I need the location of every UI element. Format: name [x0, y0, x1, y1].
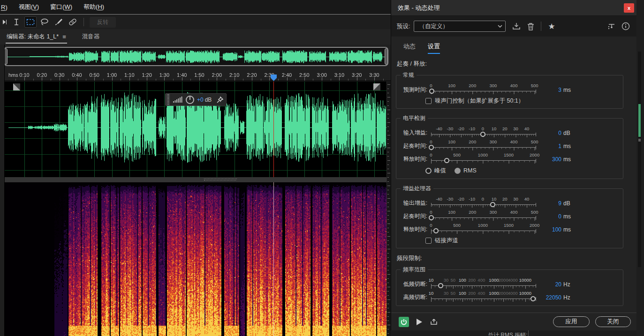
- amplitude-ruler[interactable]: [386, 82, 391, 336]
- dialog-title-bar[interactable]: 效果 - 动态处理 x: [391, 0, 636, 16]
- ruler-minor-tick: [295, 79, 296, 81]
- link-channels-checkbox[interactable]: [425, 238, 432, 244]
- save-preset-button[interactable]: [512, 22, 521, 30]
- scale-number: 300: [489, 209, 497, 215]
- total-rms-amplitude-label: 总计 RMS 振幅:: [488, 331, 528, 336]
- detect-release-time-slider[interactable]: 0500100015002000: [431, 152, 536, 165]
- input-gain-slider[interactable]: -40-30-20-10010203040: [431, 126, 536, 139]
- overview-right-handle[interactable]: [385, 48, 388, 65]
- amp-ruler-tick: [387, 131, 389, 131]
- peak-radio-circle[interactable]: [425, 168, 432, 174]
- ruler-major-tick: [147, 77, 147, 81]
- overview-waveform[interactable]: [7, 49, 387, 65]
- clipped-tool-icon[interactable]: [0, 16, 8, 28]
- spectrogram-view[interactable]: [5, 182, 391, 336]
- gain-knob-icon[interactable]: [185, 95, 195, 105]
- low-cutoff-slider[interactable]: 10305010020040010002000400010000: [431, 277, 536, 290]
- panel-menu-icon[interactable]: ≡: [62, 33, 66, 40]
- ruler-minor-tick: [103, 79, 104, 81]
- detect-attack-time-slider[interactable]: 0100200300400500: [431, 139, 536, 152]
- ruler-major-tick: [217, 77, 217, 81]
- section-legend: 增益处理器: [401, 185, 433, 193]
- low-cutoff-thumb[interactable]: [438, 283, 443, 288]
- peak-radio[interactable]: 峰值: [425, 167, 446, 175]
- scale-number: -10: [469, 196, 475, 202]
- tab-editor[interactable]: 编辑器: 未命名 1_L* ≡: [0, 29, 71, 45]
- close-button[interactable]: 关闭: [595, 316, 631, 327]
- loop-playback-button[interactable]: [430, 318, 438, 326]
- spectrogram-canvas[interactable]: [5, 182, 391, 336]
- lasso-selection-tool-icon[interactable]: [38, 16, 51, 28]
- ruler-minor-tick: [68, 79, 68, 81]
- ruler-major-tick: [252, 77, 252, 81]
- dialog-close-button[interactable]: x: [624, 3, 634, 13]
- volume-hud[interactable]: +0 dB: [165, 93, 227, 106]
- scale-number: 20: [502, 126, 508, 131]
- menu-item-2[interactable]: 窗口(W): [50, 3, 72, 11]
- amp-ruler-tick: [387, 148, 390, 148]
- rms-radio-circle[interactable]: [455, 168, 461, 174]
- marquee-selection-tool-icon[interactable]: [24, 16, 37, 28]
- preview-play-button[interactable]: [416, 318, 423, 326]
- amp-ruler-tick: [387, 211, 390, 211]
- gain-attack-time-row: 起奏时间:01002003004005000ms: [398, 209, 621, 222]
- menu-item-0[interactable]: R): [1, 4, 8, 11]
- delete-preset-button[interactable]: [527, 22, 534, 30]
- channel-routing-icon[interactable]: [607, 23, 616, 30]
- high-cutoff-slider[interactable]: 10305010020040010002000400010000: [431, 291, 536, 303]
- output-gain-thumb[interactable]: [490, 202, 495, 207]
- pin-icon[interactable]: [216, 96, 224, 104]
- scale-number: 30: [513, 196, 518, 202]
- menu-item-3[interactable]: 帮助(H): [83, 3, 104, 11]
- divider-grip-icon[interactable]: [204, 179, 237, 181]
- info-icon[interactable]: [621, 22, 630, 30]
- lookahead-time-slider[interactable]: 0100200300400500: [431, 83, 536, 96]
- favorite-star-icon[interactable]: ★: [548, 22, 555, 31]
- lookahead-time-thumb[interactable]: [429, 89, 434, 94]
- high-cutoff-thumb[interactable]: [530, 296, 536, 301]
- amp-ruler-tick: [387, 219, 389, 220]
- lookahead-time-row: 预测时间:01002003004005003ms: [398, 82, 621, 96]
- amp-ruler-tick: [387, 299, 390, 300]
- panel-divider[interactable]: [0, 177, 391, 182]
- overview-left-handle[interactable]: [4, 48, 8, 65]
- invert-button[interactable]: 反转: [90, 17, 116, 28]
- tab-settings[interactable]: 设置: [428, 42, 440, 54]
- spot-healing-brush-tool-icon[interactable]: [67, 16, 79, 28]
- corner-grab-left-icon[interactable]: [13, 83, 20, 90]
- scale-number: -10: [469, 126, 475, 131]
- scale-number: 1500: [504, 152, 514, 157]
- gain-release-time-slider[interactable]: 0500100015002000: [431, 223, 536, 235]
- tab-mixer[interactable]: 混音器: [82, 33, 100, 41]
- noise-gating-checkbox[interactable]: [425, 98, 432, 104]
- scale-number: 200: [468, 277, 476, 283]
- paintbrush-selection-tool-icon[interactable]: [53, 16, 65, 28]
- menu-item-1[interactable]: 视图(V): [19, 3, 39, 11]
- input-gain-thumb[interactable]: [480, 132, 485, 137]
- gain-attack-time-thumb[interactable]: [429, 215, 434, 220]
- effect-power-toggle[interactable]: [399, 317, 409, 327]
- apply-button[interactable]: 应用: [553, 316, 590, 327]
- output-gain-slider[interactable]: -40-30-20-10010203040: [431, 196, 536, 209]
- detect-release-time-thumb[interactable]: [444, 158, 449, 163]
- scale-number: 30: [513, 126, 518, 131]
- overview-strip[interactable]: [4, 47, 388, 66]
- corner-grab-right-icon[interactable]: [373, 83, 380, 90]
- rms-radio[interactable]: RMS: [455, 167, 477, 174]
- scale-number: 30: [444, 277, 449, 283]
- playback-line: [273, 82, 274, 177]
- timeline-ruler[interactable]: hms 0:100:200:300:400:501:001:101:201:30…: [5, 70, 391, 81]
- menu-bar: R)视图(V)窗口(W)帮助(H): [0, 0, 391, 15]
- tab-dynamics[interactable]: 动态: [403, 42, 416, 54]
- ruler-minor-tick: [190, 79, 191, 81]
- hud-grip-icon[interactable]: [166, 94, 171, 105]
- gain-attack-time-slider[interactable]: 0100200300400500: [431, 209, 536, 222]
- section-电平检测: 电平检测输入增益:-40-30-20-100102030400dB起奏时间:01…: [396, 114, 623, 179]
- waveform-view[interactable]: +0 dB: [5, 82, 391, 177]
- scale-number: 100: [459, 277, 466, 283]
- time-selection-tool-icon[interactable]: [10, 16, 23, 28]
- scale-number: 0: [430, 139, 432, 144]
- gain-attack-time-label: 起奏时间:: [398, 212, 427, 222]
- scale-number: -40: [436, 126, 442, 131]
- preset-select[interactable]: （自定义）: [414, 21, 506, 32]
